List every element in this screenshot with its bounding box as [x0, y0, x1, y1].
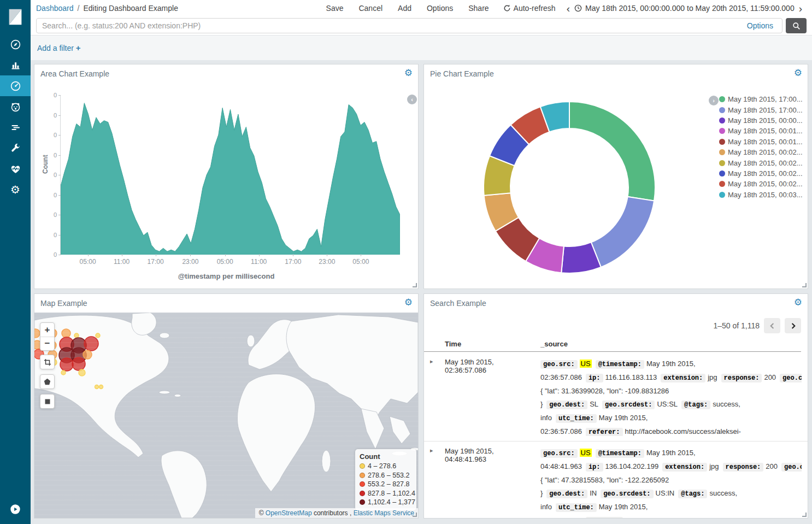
- field-name-badge: utc_time:: [556, 503, 597, 512]
- x-tick-label: 17:00: [285, 258, 301, 266]
- cancel-button[interactable]: Cancel: [351, 4, 390, 13]
- time-next-button[interactable]: ›: [795, 3, 807, 14]
- save-button[interactable]: Save: [319, 4, 351, 13]
- sidebar-item-visualize[interactable]: [0, 55, 31, 75]
- sidebar-item-console[interactable]: [0, 117, 31, 138]
- panel-gear-icon[interactable]: ⚙: [404, 68, 413, 78]
- resize-handle[interactable]: [802, 513, 807, 517]
- sidebar-item-management[interactable]: ⚙: [0, 179, 31, 200]
- collapse-sidebar-button[interactable]: [0, 499, 31, 520]
- legend-item[interactable]: May 18th 2015, 00:00...: [719, 115, 805, 126]
- pie-slice[interactable]: [591, 197, 654, 267]
- x-tick-label: 11:00: [251, 258, 267, 266]
- sidebar-item-timelion[interactable]: [0, 96, 31, 117]
- add-filter-link[interactable]: Add a filter +: [37, 43, 81, 52]
- add-button[interactable]: Add: [390, 4, 419, 13]
- auto-refresh-button[interactable]: Auto-refresh: [497, 4, 562, 13]
- legend-item[interactable]: May 18th 2015, 00:03...: [719, 190, 805, 200]
- zoom-out-button[interactable]: −: [40, 337, 54, 350]
- field-name-badge: geo.dest:: [546, 401, 587, 409]
- resize-handle[interactable]: [413, 283, 417, 287]
- y-tick-mark: [58, 235, 61, 235]
- ems-link[interactable]: Elastic Maps Service: [354, 509, 414, 517]
- panel-search: Search Example ⚙ 1–50 of 1,118 Time _sou…: [424, 294, 808, 518]
- map-attribution: © OpenStreetMap contributors , Elastic M…: [255, 508, 418, 518]
- column-source[interactable]: _source: [540, 340, 568, 348]
- legend-item[interactable]: May 18th 2015, 17:00...: [719, 104, 805, 115]
- lines-icon: [10, 122, 21, 133]
- expand-caret-icon[interactable]: ▸: [430, 358, 433, 365]
- field-value: jpg: [708, 373, 717, 381]
- sidebar: ⚙: [0, 0, 31, 524]
- compass-icon: [10, 39, 21, 50]
- x-tick-mark: [156, 254, 156, 256]
- x-tick-label: 23:00: [319, 258, 335, 266]
- sidebar-item-dashboard[interactable]: [0, 75, 31, 96]
- field-name-badge: geo.dest:: [546, 490, 587, 498]
- legend-item[interactable]: May 18th 2015, 00:02...: [719, 168, 805, 179]
- y-tick-mark: [58, 135, 61, 136]
- donut-chart: [471, 89, 668, 286]
- map-canvas[interactable]: + −: [34, 313, 418, 518]
- pagination: 1–50 of 1,118: [713, 318, 801, 333]
- x-tick-mark: [259, 254, 260, 256]
- sidebar-item-monitoring[interactable]: [0, 158, 31, 179]
- legend-toggle-icon[interactable]: ‹: [407, 95, 417, 104]
- legend-item[interactable]: May 19th 2015, 17:00...: [719, 94, 805, 104]
- legend-color-dot: [719, 160, 725, 166]
- legend-item[interactable]: May 18th 2015, 00:02...: [719, 157, 805, 168]
- time-range-picker[interactable]: May 18th 2015, 00:00:00.000 to May 20th …: [574, 4, 795, 13]
- panel-title: Pie Chart Example: [430, 69, 494, 78]
- options-button[interactable]: Options: [419, 4, 461, 13]
- time-prev-button[interactable]: ‹: [562, 3, 574, 14]
- field-value: jpg: [709, 462, 719, 470]
- map-legend-title: Count: [360, 452, 412, 461]
- legend-toggle-icon[interactable]: ›: [709, 96, 719, 105]
- legend-item[interactable]: May 18th 2015, 00:02...: [719, 179, 805, 189]
- resize-handle[interactable]: [802, 283, 807, 287]
- crop-icon[interactable]: [40, 355, 54, 369]
- sidebar-item-dev-tools[interactable]: [0, 138, 31, 158]
- share-button[interactable]: Share: [461, 4, 496, 13]
- column-time[interactable]: Time: [445, 340, 461, 348]
- osm-link[interactable]: OpenStreetMap: [266, 509, 312, 517]
- prev-page-button[interactable]: [764, 318, 780, 333]
- legend-item[interactable]: May 18th 2015, 00:01...: [719, 137, 805, 147]
- field-value: US:SL: [657, 400, 678, 408]
- legend-item[interactable]: May 18th 2015, 00:02...: [719, 147, 805, 157]
- field-name-badge: @tags:: [678, 490, 707, 498]
- sidebar-item-discover[interactable]: [0, 34, 31, 55]
- legend-label: May 18th 2015, 00:02...: [728, 159, 803, 167]
- query-options-link[interactable]: Options: [747, 21, 773, 30]
- map-legend-item: 553.2 – 827.8: [360, 480, 412, 489]
- field-name-badge: response:: [721, 374, 762, 382]
- legend-label: May 18th 2015, 00:01...: [728, 138, 803, 146]
- search-input[interactable]: [42, 21, 744, 30]
- map-zoom-controls: + −: [40, 322, 55, 351]
- breadcrumb-separator: /: [78, 4, 80, 13]
- pie-slice[interactable]: [569, 102, 655, 201]
- zoom-in-button[interactable]: +: [40, 323, 54, 337]
- search-submit-button[interactable]: [786, 18, 807, 33]
- y-tick-label: 0: [54, 192, 57, 198]
- field-name-badge: referer:: [586, 517, 623, 518]
- doc-time: May 19th 2015, 04:48:41.963: [445, 447, 537, 463]
- legend-color-dot: [360, 481, 365, 487]
- rectangle-icon[interactable]: [40, 395, 54, 408]
- doc-time: May 19th 2015, 02:36:57.086: [445, 358, 537, 374]
- kibana-logo-icon[interactable]: [0, 0, 31, 34]
- resize-handle[interactable]: [413, 513, 417, 517]
- next-page-button[interactable]: [785, 318, 801, 333]
- map-fit-control: [40, 355, 55, 369]
- expand-caret-icon[interactable]: ▸: [430, 447, 433, 454]
- legend-range-label: 278.6 – 553.2: [368, 472, 409, 479]
- panel-gear-icon[interactable]: ⚙: [794, 298, 802, 307]
- polygon-icon[interactable]: [40, 375, 54, 388]
- map-legend-item: 827.8 – 1,102.4: [360, 489, 412, 498]
- panel-gear-icon[interactable]: ⚙: [404, 298, 413, 307]
- legend-item[interactable]: May 18th 2015, 00:01...: [719, 126, 805, 136]
- breadcrumb-dashboard-link[interactable]: Dashboard: [36, 4, 74, 13]
- panel-gear-icon[interactable]: ⚙: [794, 68, 802, 78]
- field-value: 116.116.183.113: [605, 373, 657, 381]
- x-tick-mark: [190, 254, 191, 256]
